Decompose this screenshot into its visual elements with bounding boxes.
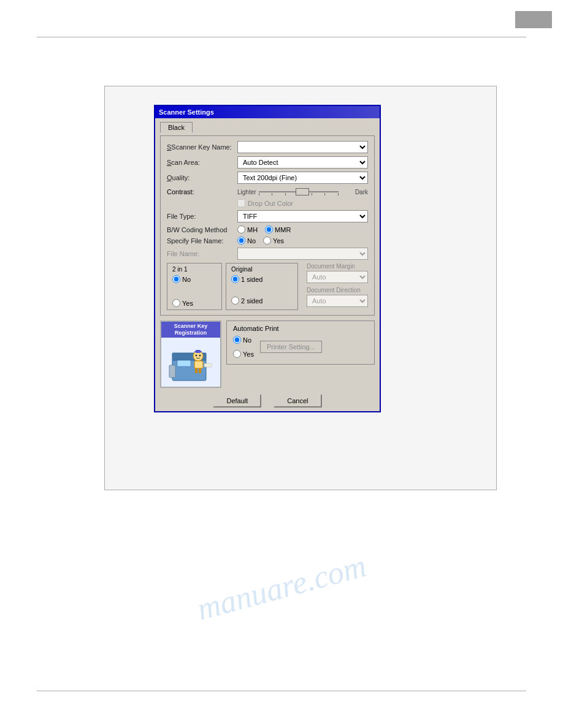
- scan-area-label: Scan Area:: [167, 159, 237, 166]
- doc-margin-select[interactable]: Auto: [307, 271, 368, 283]
- auto-print-no[interactable]: No: [233, 336, 254, 344]
- file-type-label: File Type:: [167, 213, 237, 220]
- file-name-select-wrapper: [237, 248, 368, 260]
- doc-margin-label: Document Margin: [307, 263, 368, 270]
- contrast-dark-label: Dark: [355, 189, 368, 195]
- dropout-color-checkbox[interactable]: [237, 199, 245, 207]
- scanner-key-name-row: SScanner Key Name:: [167, 141, 368, 153]
- contrast-row: Contrast: Lighter: [167, 187, 368, 197]
- specify-no-radio[interactable]: [237, 237, 245, 245]
- scanner-illustration: [166, 338, 215, 387]
- specify-no-option[interactable]: No: [237, 237, 256, 245]
- bottom-section: 2 in 1 No Yes Original: [167, 263, 368, 310]
- bottom-divider: [37, 691, 526, 691]
- auto-print-yes[interactable]: Yes: [233, 350, 254, 358]
- scanner-key-title: Scanner Key Registration: [161, 322, 220, 338]
- auto-print-radios: No Yes: [233, 336, 254, 358]
- scanner-key-name-select[interactable]: [237, 141, 368, 153]
- automatic-print-box: Automatic Print No Yes: [226, 320, 375, 365]
- two-in-one-no-radio[interactable]: [172, 275, 180, 283]
- svg-point-7: [199, 354, 201, 356]
- svg-rect-9: [195, 368, 197, 373]
- cancel-button[interactable]: Cancel: [274, 394, 321, 408]
- dialog-title: Scanner Settings: [159, 108, 214, 116]
- auto-print-yes-radio[interactable]: [233, 350, 241, 358]
- svg-rect-10: [199, 368, 201, 373]
- scan-area-select-wrapper: Auto Detect Letter A4: [237, 156, 368, 169]
- watermark: manuare.com: [193, 547, 370, 627]
- two-in-one-no[interactable]: No: [172, 275, 216, 283]
- specify-yes-option[interactable]: Yes: [263, 237, 284, 245]
- specify-filename-radios: No Yes: [237, 237, 284, 245]
- file-name-label: File Name:: [167, 250, 237, 257]
- scan-area-row: Scan Area: Auto Detect Letter A4: [167, 156, 368, 169]
- inner-panel: SScanner Key Name: Scan Area:: [160, 135, 375, 316]
- tab-black[interactable]: Black: [160, 122, 193, 133]
- bw-mmr-option[interactable]: MMR: [265, 226, 291, 233]
- svg-rect-12: [194, 351, 202, 352]
- scanner-key-name-select-wrapper: [237, 141, 368, 153]
- scanner-key-name-label: SScanner Key Name:: [167, 143, 237, 151]
- two-in-one-yes-radio[interactable]: [172, 299, 180, 307]
- original-box: Original 1 sided 2 sided: [226, 263, 298, 310]
- default-button[interactable]: Default: [213, 394, 261, 408]
- scan-area-select[interactable]: Auto Detect Letter A4: [237, 156, 368, 169]
- scanner-key-box: Scanner Key Registration: [160, 320, 221, 388]
- top-bar-decoration: [515, 11, 552, 28]
- dialog-titlebar: Scanner Settings: [155, 106, 380, 118]
- file-type-select-wrapper: TIFF PDF JPEG: [237, 210, 368, 222]
- doc-direction-select-wrapper: Auto: [307, 295, 368, 307]
- slider-thumb[interactable]: [296, 188, 309, 195]
- auto-print-no-radio[interactable]: [233, 336, 241, 344]
- dialog-body: Black SScanner Key Name:: [155, 118, 380, 411]
- file-name-select[interactable]: [237, 248, 368, 260]
- automatic-print-title: Automatic Print: [233, 325, 368, 332]
- svg-rect-2: [169, 365, 175, 377]
- specify-filename-row: Specify File Name: No Yes: [167, 237, 368, 245]
- dropout-color-row: Drop Out Color: [167, 199, 368, 207]
- bw-coding-label: B/W Coding Method: [167, 226, 237, 233]
- file-type-select[interactable]: TIFF PDF JPEG: [237, 210, 368, 222]
- original-2sided[interactable]: 2 sided: [231, 297, 293, 305]
- contrast-slider[interactable]: [259, 187, 339, 197]
- svg-rect-8: [194, 361, 203, 368]
- quality-select[interactable]: Text 200dpi (Fine) Text 300dpi Photo 200…: [237, 172, 368, 184]
- bw-coding-row: B/W Coding Method MH MMR: [167, 226, 368, 233]
- original-2sided-radio[interactable]: [231, 297, 239, 305]
- quality-label: Quality:: [167, 174, 237, 181]
- doc-direction-select[interactable]: Auto: [307, 295, 368, 307]
- two-in-one-yes[interactable]: Yes: [172, 299, 216, 307]
- bw-mh-option[interactable]: MH: [237, 226, 258, 233]
- auto-print-row: No Yes Printer Setting...: [233, 336, 368, 358]
- tab-row: Black: [160, 122, 375, 133]
- outer-box: Scanner Settings Black SScanner Key Name…: [104, 86, 497, 490]
- file-name-row: File Name:: [167, 248, 368, 260]
- scanner-settings-dialog: Scanner Settings Black SScanner Key Name…: [154, 105, 381, 412]
- top-divider: [37, 37, 526, 37]
- doc-margin-section: Document Margin Auto Document Direction …: [307, 263, 368, 310]
- doc-margin-select-wrapper: Auto: [307, 271, 368, 283]
- doc-direction-label: Document Direction: [307, 287, 368, 294]
- specify-yes-radio[interactable]: [263, 237, 271, 245]
- two-in-one-title: 2 in 1: [172, 266, 216, 273]
- original-title: Original: [231, 266, 293, 273]
- svg-point-6: [196, 354, 197, 356]
- bw-coding-radios: MH MMR: [237, 226, 291, 233]
- lower-section: Scanner Key Registration: [160, 320, 375, 388]
- original-1sided[interactable]: 1 sided: [231, 275, 293, 283]
- dropout-color-label: Drop Out Color: [248, 200, 293, 207]
- printer-setting-button[interactable]: Printer Setting...: [260, 341, 322, 353]
- contrast-slider-container: [259, 187, 353, 197]
- scanner-key-image: [161, 338, 220, 387]
- contrast-lighter-label: Lighter: [237, 189, 256, 195]
- bw-mh-radio[interactable]: [237, 226, 245, 233]
- bw-mmr-radio[interactable]: [265, 226, 273, 233]
- quality-row: Quality: Text 200dpi (Fine) Text 300dpi …: [167, 172, 368, 184]
- original-1sided-radio[interactable]: [231, 275, 239, 283]
- two-in-one-box: 2 in 1 No Yes: [167, 263, 222, 310]
- buttons-row: Default Cancel: [160, 394, 375, 408]
- contrast-label: Contrast:: [167, 188, 237, 195]
- specify-filename-label: Specify File Name:: [167, 237, 237, 245]
- quality-select-wrapper: Text 200dpi (Fine) Text 300dpi Photo 200…: [237, 172, 368, 184]
- svg-rect-4: [177, 360, 191, 366]
